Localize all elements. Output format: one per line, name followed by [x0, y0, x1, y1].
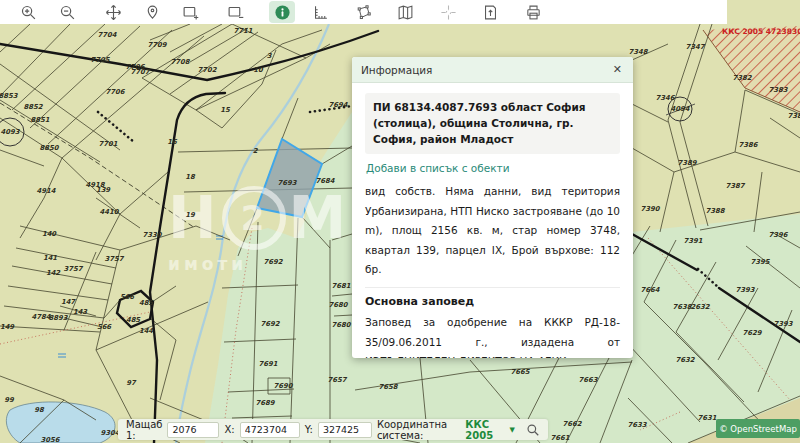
zoom-in-icon: [20, 4, 37, 21]
zoom-rect-out-button[interactable]: [222, 1, 248, 23]
status-bar: Мащаб 1: X: Y: Координатна система: ККС …: [118, 419, 548, 440]
measure-length-icon: [312, 4, 329, 21]
zoom-rect-out-icon: [227, 4, 244, 21]
scale-label: Мащаб 1:: [126, 419, 162, 441]
measure-length-button[interactable]: [307, 1, 333, 23]
pan-icon: [105, 4, 122, 21]
info-panel-header: Информация ✕: [352, 57, 633, 83]
print-button[interactable]: [520, 1, 546, 23]
export-icon: [482, 4, 499, 21]
parcel-details: вид собств. Няма данни, вид територия Ур…: [365, 182, 620, 279]
info-panel: Информация ✕ ПИ 68134.4087.7693 област С…: [352, 57, 633, 358]
panel-title: Информация: [361, 64, 432, 76]
grid-coordinate-label: ККС 2005 4723830: [722, 27, 800, 36]
close-icon[interactable]: ✕: [611, 63, 624, 76]
map-layers-icon: [397, 4, 414, 21]
print-icon: [525, 4, 542, 21]
zoom-out-button[interactable]: [54, 1, 80, 23]
export-button[interactable]: [477, 1, 503, 23]
x-input[interactable]: [240, 422, 300, 438]
measure-area-button[interactable]: [350, 1, 376, 23]
x-label: X:: [224, 424, 234, 435]
coordinates-button[interactable]: [435, 1, 461, 23]
map-layers-button[interactable]: [392, 1, 418, 23]
zoom-out-icon: [59, 4, 76, 21]
info-panel-body: ПИ 68134.4087.7693 област София (столица…: [352, 83, 633, 358]
info-button[interactable]: [269, 1, 295, 23]
order-section: Основна заповед Заповед за одобрение на …: [365, 287, 620, 358]
search-icon: [526, 423, 540, 437]
y-input[interactable]: [318, 422, 372, 438]
order-section-title: Основна заповед: [365, 295, 620, 308]
toolbar: [0, 0, 727, 24]
order-text: Заповед за одобрение на КККР РД-18-35/09…: [365, 313, 620, 358]
info-icon: [274, 4, 291, 21]
zoom-rect-in-icon: [182, 4, 199, 21]
add-to-list-link[interactable]: Добави в списък с обекти: [366, 162, 510, 174]
zoom-rect-in-button[interactable]: [177, 1, 203, 23]
coordinates-icon: [440, 4, 457, 21]
crs-value[interactable]: ККС 2005: [465, 419, 503, 441]
search-button[interactable]: [526, 423, 540, 437]
parcel-heading: ПИ 68134.4087.7693 област София (столица…: [365, 93, 620, 154]
scale-input[interactable]: [167, 422, 219, 438]
crs-label: Координатна система:: [377, 419, 460, 441]
chevron-down-icon[interactable]: ▼: [510, 426, 515, 434]
measure-area-icon: [355, 4, 372, 21]
pan-button[interactable]: [100, 1, 126, 23]
location-pin-icon: [144, 4, 161, 21]
location-button[interactable]: [139, 1, 165, 23]
osm-attribution[interactable]: © OpenStreetMap: [716, 419, 800, 438]
zoom-in-button[interactable]: [15, 1, 41, 23]
gis-app: H2ME2U имоти 770477117709770577067708770…: [0, 0, 800, 443]
y-label: Y:: [305, 424, 313, 435]
